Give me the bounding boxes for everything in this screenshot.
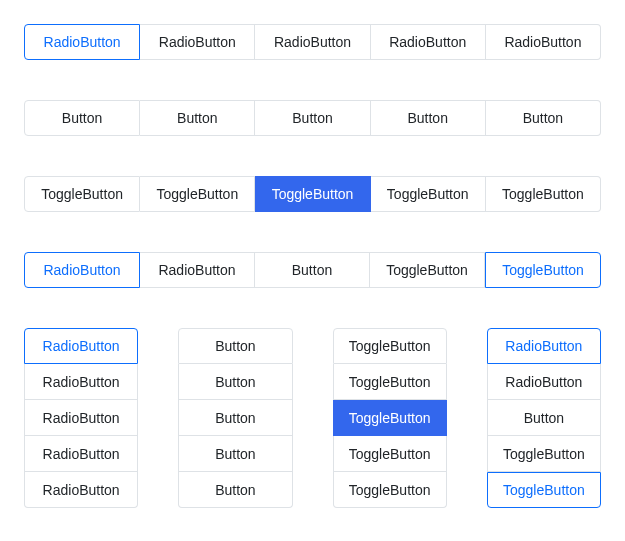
toggle-button[interactable]: ToggleButton — [333, 400, 447, 436]
button[interactable]: Button — [255, 252, 370, 288]
toggle-button[interactable]: ToggleButton — [333, 472, 447, 508]
button-group-vertical: Button Button Button Button Button — [178, 328, 292, 508]
radio-button[interactable]: RadioButton — [24, 328, 138, 364]
button[interactable]: Button — [371, 100, 486, 136]
radio-button-group-horizontal: RadioButton RadioButton RadioButton Radi… — [24, 24, 601, 60]
toggle-button-group-vertical: ToggleButton ToggleButton ToggleButton T… — [333, 328, 447, 508]
radio-button[interactable]: RadioButton — [24, 436, 138, 472]
button[interactable]: Button — [178, 328, 292, 364]
toggle-button[interactable]: ToggleButton — [140, 176, 255, 212]
button[interactable]: Button — [487, 400, 601, 436]
toggle-button[interactable]: ToggleButton — [24, 176, 140, 212]
radio-button[interactable]: RadioButton — [24, 400, 138, 436]
radio-button[interactable]: RadioButton — [487, 364, 601, 400]
mixed-button-group-vertical: RadioButton RadioButton Button ToggleBut… — [487, 328, 601, 508]
radio-button[interactable]: RadioButton — [487, 328, 601, 364]
button[interactable]: Button — [24, 100, 140, 136]
toggle-button[interactable]: ToggleButton — [487, 436, 601, 472]
toggle-button[interactable]: ToggleButton — [487, 472, 601, 508]
radio-button[interactable]: RadioButton — [371, 24, 486, 60]
button[interactable]: Button — [140, 100, 255, 136]
toggle-button-group-horizontal: ToggleButton ToggleButton ToggleButton T… — [24, 176, 601, 212]
button[interactable]: Button — [255, 100, 370, 136]
toggle-button[interactable]: ToggleButton — [333, 436, 447, 472]
toggle-button[interactable]: ToggleButton — [255, 176, 370, 212]
toggle-button[interactable]: ToggleButton — [370, 252, 485, 288]
radio-button[interactable]: RadioButton — [24, 252, 140, 288]
radio-button[interactable]: RadioButton — [24, 24, 140, 60]
button[interactable]: Button — [178, 472, 292, 508]
toggle-button[interactable]: ToggleButton — [485, 252, 601, 288]
button[interactable]: Button — [178, 436, 292, 472]
radio-button[interactable]: RadioButton — [255, 24, 370, 60]
radio-button[interactable]: RadioButton — [140, 24, 255, 60]
button-group-horizontal: Button Button Button Button Button — [24, 100, 601, 136]
toggle-button[interactable]: ToggleButton — [333, 328, 447, 364]
radio-button[interactable]: RadioButton — [24, 472, 138, 508]
button[interactable]: Button — [178, 364, 292, 400]
radio-button[interactable]: RadioButton — [24, 364, 138, 400]
radio-button[interactable]: RadioButton — [486, 24, 601, 60]
button[interactable]: Button — [178, 400, 292, 436]
button[interactable]: Button — [486, 100, 601, 136]
mixed-button-group-horizontal: RadioButton RadioButton Button ToggleBut… — [24, 252, 601, 288]
radio-button[interactable]: RadioButton — [140, 252, 255, 288]
radio-button-group-vertical: RadioButton RadioButton RadioButton Radi… — [24, 328, 138, 508]
toggle-button[interactable]: ToggleButton — [371, 176, 486, 212]
vertical-groups-row: RadioButton RadioButton RadioButton Radi… — [24, 328, 601, 508]
toggle-button[interactable]: ToggleButton — [333, 364, 447, 400]
toggle-button[interactable]: ToggleButton — [486, 176, 601, 212]
